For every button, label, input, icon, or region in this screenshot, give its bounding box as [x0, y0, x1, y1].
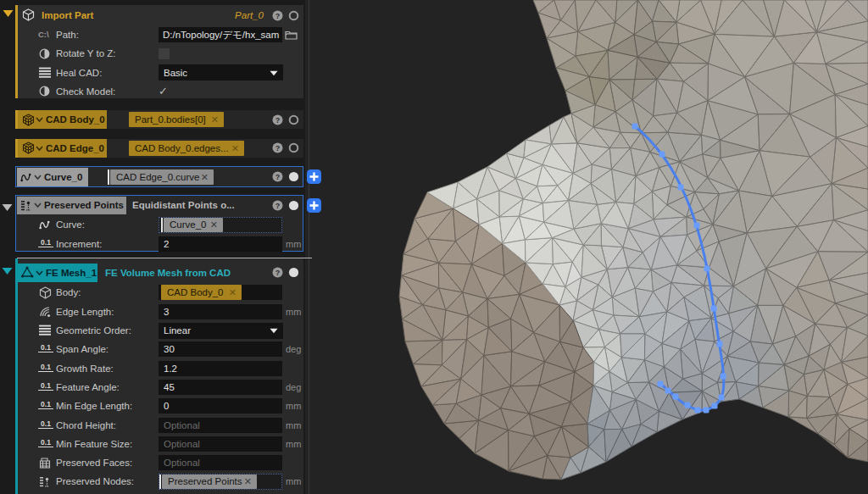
svg-text:?: ?	[275, 11, 281, 19]
svg-text:?: ?	[275, 173, 281, 181]
svg-text:?: ?	[275, 115, 281, 124]
svg-text:?: ?	[275, 144, 281, 153]
svg-text:?: ?	[275, 201, 281, 209]
svg-text:?: ?	[275, 269, 281, 277]
